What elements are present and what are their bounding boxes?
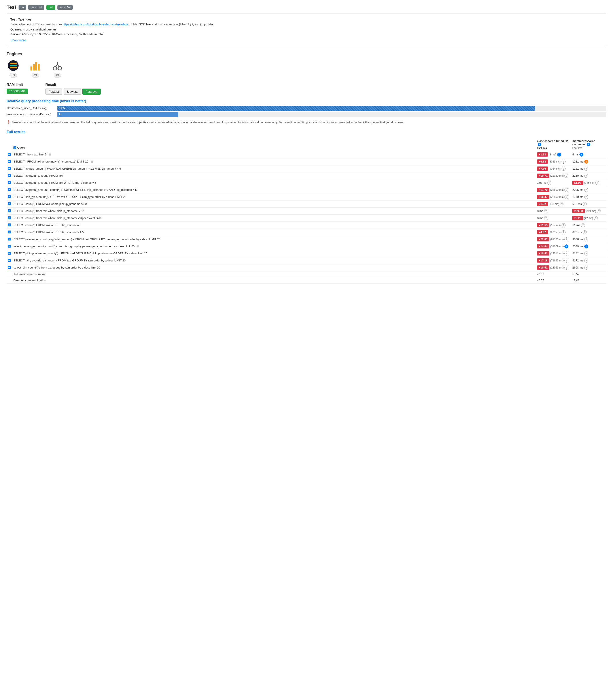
info-icon-gray[interactable]: ? [544,209,548,213]
show-more-link[interactable]: Show more [10,38,26,43]
info-icon-orange[interactable]: i [584,160,588,164]
row-checkbox[interactable] [8,153,11,156]
mean-row-geometric: Geometric mean of ratios x5.67 x1.43 [6,277,607,284]
info-icon-gray[interactable]: ? [594,216,598,220]
info-icon-gray[interactable]: ? [562,167,565,171]
info-icon-gray[interactable]: ? [584,167,588,171]
info-icon-gray[interactable]: ? [564,265,569,270]
fastest-button[interactable]: Fastest [45,89,62,95]
tag-logs10m[interactable]: logs10m [57,5,73,10]
info-icon-gray[interactable]: ? [583,230,587,234]
warning-text: ❗ Take into account that these final res… [6,119,607,125]
info-icon-gray[interactable]: ? [562,230,565,234]
query-cell: SELECT * FROM taxi where match('harlem e… [12,158,536,165]
test-line: Test: Taxi rides [10,17,603,22]
tag-hn-small[interactable]: hn_small [28,5,44,10]
row-checkbox[interactable] [8,167,11,170]
value-plain: 3556 ms [572,237,583,241]
row-checkbox[interactable] [8,259,11,262]
info-icon-gray[interactable]: ? [584,259,588,262]
fast-avg-button[interactable]: Fast avg [82,89,101,95]
copy-icon[interactable]: ⊞ [137,245,139,248]
elasticsearch-badge: 1/1 [10,73,17,78]
checkbox-cell [6,193,12,200]
info-icon-blue[interactable]: i [557,153,561,157]
elastic-cell: x16.47 (28809 ms) ? [536,193,571,200]
copy-icon[interactable]: ⊞ [91,160,93,163]
elastic-cell: x7.16 (9034 ms) ? [536,165,571,172]
row-checkbox[interactable] [8,266,11,269]
info-icon-gray[interactable]: ? [560,202,564,206]
mean-label-cell: Geometric mean of ratios [12,277,536,284]
checkbox-cell [6,236,12,243]
info-icon-gray[interactable]: ? [564,251,569,256]
checkbox-cell [6,172,12,179]
info-icon-gray[interactable]: ? [564,259,569,262]
copy-icon[interactable]: ⊞ [49,153,51,156]
tag-hn[interactable]: hn [18,5,26,10]
row-checkbox[interactable] [8,202,11,205]
info-icon-gray[interactable]: ? [584,265,588,270]
ratio-badge: x1.33 [537,152,548,157]
table-row: select rain, count(*) c from taxi group … [6,264,607,271]
query-cell: select rain, count(*) c from taxi group … [12,264,536,271]
row-checkbox[interactable] [8,209,11,212]
query-cell: select passenger_count, count(*) c from … [12,243,536,250]
info-icon-gray[interactable]: ? [544,216,548,220]
row-checkbox[interactable] [8,195,11,198]
info-icon-gray[interactable]: ? [562,223,565,227]
row-checkbox[interactable] [8,231,11,233]
mean-manticore-cell: x3.59 [571,271,607,277]
info-icon-gray[interactable]: ? [584,174,588,178]
info-icon-gray[interactable]: ? [564,195,569,199]
data-link[interactable]: https://github.com/toddwschneider/nyc-ta… [63,23,128,26]
info-icon-blue[interactable]: i [579,153,583,157]
info-icon-gray[interactable]: ? [564,237,569,241]
th-manticore: manticoresearch columnar i Fast avg [571,138,607,151]
elastic-cell: x6.88 (8336 ms) ? [536,158,571,165]
checkbox-cell [6,257,12,264]
row-checkbox[interactable] [8,252,11,255]
row-checkbox[interactable] [8,237,11,241]
row-checkbox[interactable] [8,223,11,226]
row-checkbox[interactable] [8,160,11,163]
info-icon-gray[interactable]: ? [581,223,585,227]
table-row: SELECT avg(tip_amount) FROM taxi WHERE t… [6,165,607,172]
value-plain: 8 ms [537,217,543,220]
row-checkbox[interactable] [8,174,11,177]
row-checkbox[interactable] [8,217,11,219]
ms-text: (23030 ms) [550,174,564,177]
info-icon-gray[interactable]: ? [564,174,569,178]
value-plain: 676 ms [572,231,582,234]
info-icon-gray[interactable]: ? [584,237,588,241]
info-icon-gray[interactable]: ? [562,160,565,164]
ms-text: (818 ms) [549,203,559,206]
info-icon-gray[interactable]: ? [597,209,601,213]
th-elastic-name: elasticsearch tuned 32 i [537,139,570,146]
info-icon-gray[interactable]: ? [584,251,588,256]
query-cell: SELECT avg(total_amount) FROM taxi WHERE… [12,179,536,186]
ratio-badge: x14.84 [537,244,549,248]
info-icon-gray[interactable]: ? [595,181,599,185]
tag-taxi[interactable]: taxi [47,5,55,10]
th-manticore-info-icon[interactable]: i [587,143,590,146]
info-icon-blue[interactable]: i [564,244,569,248]
info-box: Test: Taxi rides Data collection: 1.7B d… [6,13,607,47]
info-icon-gray[interactable]: ? [583,202,587,206]
row-checkbox[interactable] [8,245,11,248]
row-checkbox[interactable] [8,181,11,184]
th-elastic-info-icon[interactable]: i [538,143,541,146]
info-icon-blue[interactable]: i [584,244,588,248]
th-elastic: elasticsearch tuned 32 i Fast avg [536,138,571,151]
info-icon-gray[interactable]: ? [547,181,551,185]
row-checkbox[interactable] [8,188,11,191]
info-icon-gray[interactable]: ? [584,188,588,192]
server-line: Server: AMD Ryzen 9 5950X 16-Core Proces… [10,32,603,37]
info-icon-gray[interactable]: ? [584,195,588,199]
manticore-cell: 11 ms ? [571,222,607,229]
slowest-button[interactable]: Slowest [64,89,81,95]
manticore-scissors-badge: 1/1 [54,73,61,78]
select-all-checkbox[interactable] [13,146,16,149]
table-row: select passenger_count, count(*) c from … [6,243,607,250]
info-icon-gray[interactable]: ? [564,188,569,192]
